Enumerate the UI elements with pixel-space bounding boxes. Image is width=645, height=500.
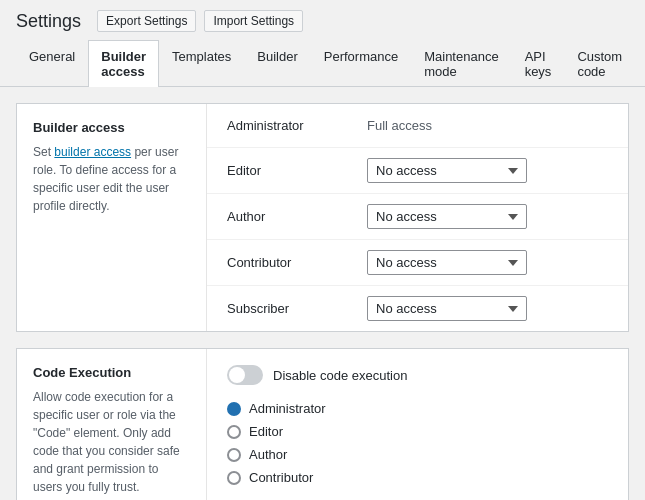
author-access-select[interactable]: No access Full access Can edit xyxy=(367,204,527,229)
editor-access-select[interactable]: No access Full access Can edit xyxy=(367,158,527,183)
code-execution-left-panel: Code Execution Allow code execution for … xyxy=(17,349,207,500)
role-row-subscriber: Subscriber No access Full access Can edi… xyxy=(207,286,628,331)
page-title: Settings xyxy=(16,11,81,32)
role-name-editor: Editor xyxy=(227,163,367,178)
role-name-administrator: Administrator xyxy=(227,118,367,133)
top-bar: Settings Export Settings Import Settings xyxy=(0,0,645,40)
administrator-circle xyxy=(227,402,241,416)
code-role-row-administrator: Administrator xyxy=(227,397,608,420)
export-settings-button[interactable]: Export Settings xyxy=(97,10,196,32)
role-row-contributor: Contributor No access Full access Can ed… xyxy=(207,240,628,286)
administrator-select-wrap: Full access xyxy=(367,118,527,133)
tab-templates[interactable]: Templates xyxy=(159,40,244,87)
builder-access-link[interactable]: builder access xyxy=(54,145,131,159)
subscriber-select-wrap: No access Full access Can edit xyxy=(367,296,527,321)
code-role-name-administrator: Administrator xyxy=(249,401,326,416)
disable-code-toggle[interactable] xyxy=(227,365,263,385)
role-row-administrator: Administrator Full access xyxy=(207,104,628,148)
role-name-author: Author xyxy=(227,209,367,224)
code-role-name-editor: Editor xyxy=(249,424,283,439)
author-circle xyxy=(227,448,241,462)
contributor-circle xyxy=(227,471,241,485)
main-content: Builder access Set builder access per us… xyxy=(0,87,645,500)
editor-circle xyxy=(227,425,241,439)
contributor-select-wrap: No access Full access Can edit xyxy=(367,250,527,275)
contributor-access-select[interactable]: No access Full access Can edit xyxy=(367,250,527,275)
disable-code-label: Disable code execution xyxy=(273,368,407,383)
code-role-name-author: Author xyxy=(249,447,287,462)
tab-api-keys[interactable]: API keys xyxy=(512,40,565,87)
builder-access-card: Builder access Set builder access per us… xyxy=(16,103,629,332)
role-row-author: Author No access Full access Can edit xyxy=(207,194,628,240)
tab-custom-code[interactable]: Custom code xyxy=(564,40,635,87)
tab-maintenance-mode[interactable]: Maintenance mode xyxy=(411,40,511,87)
tab-general[interactable]: General xyxy=(16,40,88,87)
code-role-row-editor: Editor xyxy=(227,420,608,443)
tab-performance[interactable]: Performance xyxy=(311,40,411,87)
role-name-subscriber: Subscriber xyxy=(227,301,367,316)
tab-builder-access[interactable]: Builder access xyxy=(88,40,159,87)
code-execution-card: Code Execution Allow code execution for … xyxy=(16,348,629,500)
builder-access-left-panel: Builder access Set builder access per us… xyxy=(17,104,207,331)
code-role-row-contributor: Contributor xyxy=(227,466,608,489)
editor-select-wrap: No access Full access Can edit xyxy=(367,158,527,183)
code-execution-description: Allow code execution for a specific user… xyxy=(33,388,190,496)
code-execution-title: Code Execution xyxy=(33,365,190,380)
tabs-bar: General Builder access Templates Builder… xyxy=(0,40,645,87)
subscriber-access-select[interactable]: No access Full access Can edit xyxy=(367,296,527,321)
disable-code-execution-row: Disable code execution xyxy=(227,361,608,389)
disable-code-slider xyxy=(227,365,263,385)
import-settings-button[interactable]: Import Settings xyxy=(204,10,303,32)
code-execution-right-panel: Disable code execution Administrator Edi… xyxy=(207,349,628,500)
code-role-row-author: Author xyxy=(227,443,608,466)
administrator-value: Full access xyxy=(367,118,432,133)
builder-access-title: Builder access xyxy=(33,120,190,135)
builder-access-description: Set builder access per user role. To def… xyxy=(33,143,190,215)
author-select-wrap: No access Full access Can edit xyxy=(367,204,527,229)
code-role-name-contributor: Contributor xyxy=(249,470,313,485)
builder-access-right-panel: Administrator Full access Editor No acce… xyxy=(207,104,628,331)
tab-builder[interactable]: Builder xyxy=(244,40,310,87)
role-row-editor: Editor No access Full access Can edit xyxy=(207,148,628,194)
role-name-contributor: Contributor xyxy=(227,255,367,270)
